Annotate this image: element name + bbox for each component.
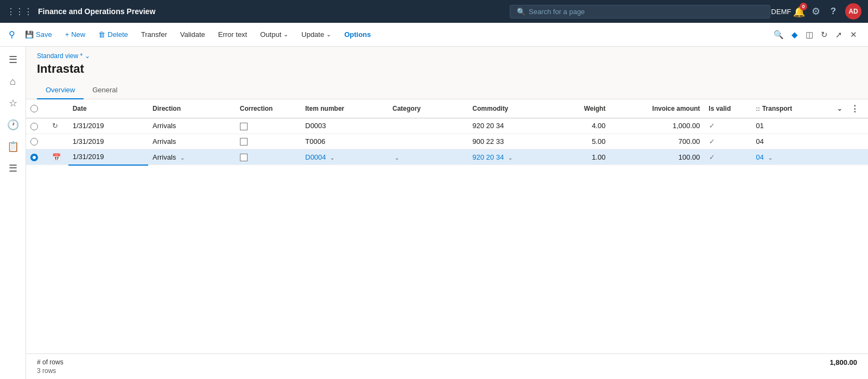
- transfer-button[interactable]: Transfer: [136, 27, 173, 42]
- search-input[interactable]: [529, 8, 763, 16]
- row2-category: [388, 134, 468, 149]
- row2-correction[interactable]: [236, 134, 301, 149]
- settings-icon[interactable]: ⚙: [810, 6, 821, 17]
- row3-calendar-icon[interactable]: 📅: [52, 153, 61, 161]
- col-header-commodity[interactable]: Commodity: [468, 99, 552, 118]
- row1-select[interactable]: [26, 118, 48, 134]
- row3-itemnumber[interactable]: D0004 ⌄: [301, 149, 388, 165]
- view-selector[interactable]: Standard view * ⌄: [37, 52, 857, 60]
- col-header-isvalid[interactable]: Is valid: [705, 99, 752, 118]
- col-header-direction[interactable]: Direction: [148, 99, 236, 118]
- new-icon: +: [65, 30, 69, 39]
- row3-commodity[interactable]: 920 20 34 ⌄: [468, 149, 552, 165]
- col-header-dots[interactable]: ⋮: [846, 99, 868, 118]
- col-header-itemnumber[interactable]: Item number: [301, 99, 388, 118]
- col-header-refresh: [48, 99, 68, 118]
- sidebar-recent-icon[interactable]: 🕐: [3, 115, 23, 135]
- help-icon[interactable]: ?: [828, 6, 839, 17]
- row3-correction-checkbox[interactable]: [240, 154, 248, 161]
- row3-invoiceamt[interactable]: 100.00: [610, 149, 704, 165]
- col-header-weight[interactable]: Weight: [552, 99, 610, 118]
- tab-overview[interactable]: Overview: [37, 81, 84, 99]
- transport-chevron-icon[interactable]: ⌄: [837, 105, 842, 112]
- transport-drag-icon: ::: [756, 105, 760, 112]
- row3-category[interactable]: ⌄: [388, 149, 468, 165]
- row3-direction[interactable]: Arrivals ⌄: [148, 149, 236, 165]
- user-company: DEMF: [776, 6, 787, 17]
- close-icon[interactable]: ✕: [848, 28, 859, 42]
- open-new-window-icon[interactable]: ➚: [833, 28, 845, 42]
- row1-radio[interactable]: [30, 123, 38, 130]
- sidebar-modules-icon[interactable]: ☰: [3, 159, 23, 178]
- row1-dots: [846, 118, 868, 134]
- row1-commodity: 920 20 34: [468, 118, 552, 134]
- filter-icon[interactable]: ⚲: [9, 29, 15, 40]
- col-header-check[interactable]: [26, 99, 48, 118]
- content-area: Standard view * ⌄ Intrastat Overview Gen…: [26, 47, 868, 379]
- update-button[interactable]: Update ⌄: [296, 27, 337, 42]
- row3-select[interactable]: [26, 149, 48, 165]
- row3-transport-chevron-icon[interactable]: ⌄: [768, 155, 772, 161]
- page-header: Standard view * ⌄ Intrastat: [26, 47, 868, 81]
- validate-button[interactable]: Validate: [175, 27, 211, 42]
- sidebar-favorites-icon[interactable]: ☆: [3, 93, 23, 113]
- row1-correction-checkbox[interactable]: [240, 123, 248, 130]
- row3-dots: [846, 149, 868, 165]
- sidebar-home-icon[interactable]: ⌂: [3, 72, 23, 91]
- row2-direction: Arrivals: [148, 134, 236, 149]
- global-search[interactable]: 🔍: [510, 5, 770, 18]
- footer-left: # of rows 3 rows: [37, 358, 64, 375]
- row1-refresh[interactable]: ↻: [48, 118, 68, 134]
- row3-isvalid: ✓: [705, 149, 752, 165]
- options-button[interactable]: Options: [339, 27, 376, 42]
- personalize-icon[interactable]: ◆: [789, 28, 800, 42]
- command-bar: ⚲ 💾 Save + New 🗑 Delete Transfer Validat…: [0, 23, 868, 47]
- row2-radio[interactable]: [30, 138, 38, 146]
- output-button[interactable]: Output ⌄: [255, 27, 294, 42]
- output-chevron-icon: ⌄: [283, 31, 288, 38]
- row2-select[interactable]: [26, 134, 48, 149]
- row2-correction-checkbox[interactable]: [240, 138, 248, 146]
- row3-date[interactable]: 1/31/2019: [68, 149, 148, 165]
- row3-calendar[interactable]: 📅: [48, 149, 68, 165]
- refresh-icon[interactable]: ↻: [819, 28, 830, 42]
- column-toggle-icon[interactable]: ◫: [803, 28, 815, 42]
- rows-count: 3 rows: [37, 367, 64, 375]
- update-chevron-icon: ⌄: [326, 31, 331, 38]
- error-text-button[interactable]: Error text: [213, 27, 252, 42]
- row1-refresh-icon[interactable]: ↻: [52, 122, 58, 130]
- row2-transport: 04: [752, 134, 846, 149]
- save-button[interactable]: 💾 Save: [20, 27, 58, 42]
- row3-transport[interactable]: 04 ⌄: [752, 149, 846, 165]
- row3-itemnumber-chevron-icon[interactable]: ⌄: [330, 155, 334, 161]
- select-all-radio[interactable]: [30, 105, 38, 112]
- more-options-icon[interactable]: ⋮: [851, 104, 859, 113]
- table-row: 1/31/2019 Arrivals T0006 900 22 33 5.00 …: [26, 134, 868, 149]
- intrastat-table: Date Direction Correction Item number Ca…: [26, 99, 868, 166]
- row3-category-chevron-icon[interactable]: ⌄: [395, 155, 399, 161]
- apps-grid-icon[interactable]: ⋮⋮⋮: [7, 7, 33, 17]
- top-nav-left: ⋮⋮⋮ Finance and Operations Preview: [7, 7, 504, 17]
- delete-button[interactable]: 🗑 Delete: [93, 27, 134, 42]
- tab-general[interactable]: General: [84, 81, 126, 99]
- col-header-date[interactable]: Date: [68, 99, 148, 118]
- row3-commodity-chevron-icon[interactable]: ⌄: [508, 155, 512, 161]
- sidebar-menu-icon[interactable]: ☰: [3, 50, 23, 70]
- new-button[interactable]: + New: [60, 27, 91, 42]
- col-header-correction[interactable]: Correction: [236, 99, 301, 118]
- row2-invoiceamt: 700.00: [610, 134, 704, 149]
- search-filter-icon[interactable]: 🔍: [771, 28, 786, 42]
- data-table-container: Date Direction Correction Item number Ca…: [26, 99, 868, 353]
- col-header-category[interactable]: Category: [388, 99, 468, 118]
- col-header-invoiceamt[interactable]: Invoice amount: [610, 99, 704, 118]
- row3-radio[interactable]: [30, 154, 38, 161]
- user-avatar[interactable]: AD: [845, 3, 861, 20]
- row3-direction-chevron-icon[interactable]: ⌄: [180, 155, 185, 161]
- col-header-transport[interactable]: :: Transport ⌄: [752, 99, 846, 118]
- row3-correction[interactable]: [236, 149, 301, 165]
- row1-correction[interactable]: [236, 118, 301, 134]
- sidebar-workspaces-icon[interactable]: 📋: [3, 137, 23, 156]
- notification-icon[interactable]: 🔔: [793, 6, 804, 17]
- row3-weight[interactable]: 1.00: [552, 149, 610, 165]
- footer-total: 1,800.00: [829, 358, 857, 367]
